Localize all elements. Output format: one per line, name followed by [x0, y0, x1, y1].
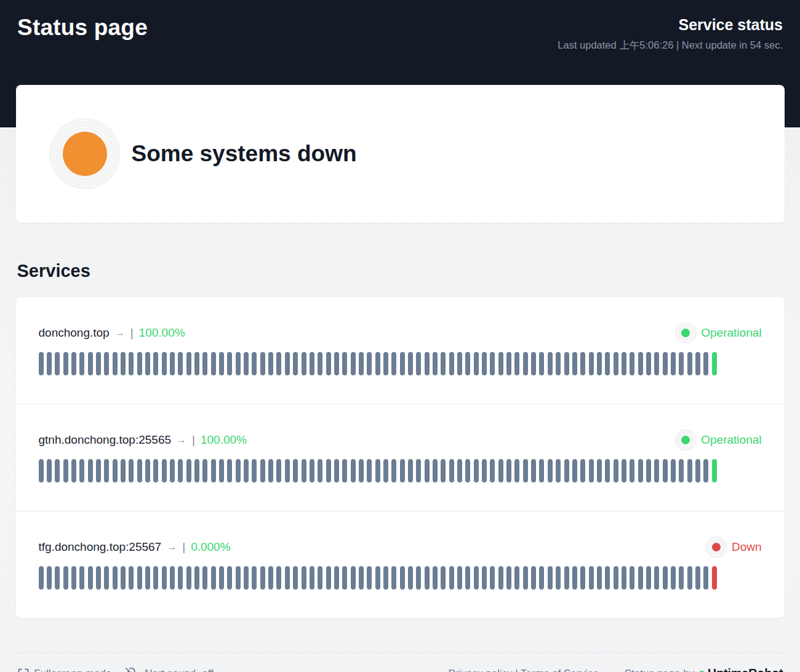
uptime-bar[interactable] — [367, 566, 372, 590]
uptime-bar[interactable] — [202, 459, 207, 482]
uptime-bar[interactable] — [227, 459, 232, 482]
uptime-bar[interactable] — [679, 352, 684, 375]
uptime-bar[interactable] — [318, 459, 322, 482]
service-name-link[interactable]: tfg.donchong.top:25567 — [39, 540, 162, 554]
uptime-bar[interactable] — [55, 566, 60, 590]
uptime-bar[interactable] — [531, 459, 536, 482]
uptime-bar[interactable] — [310, 352, 314, 375]
uptime-bar[interactable] — [465, 566, 470, 590]
uptime-bar[interactable] — [359, 566, 364, 590]
uptime-bar[interactable] — [441, 352, 446, 375]
uptime-bar[interactable] — [88, 566, 93, 590]
uptime-bar[interactable] — [342, 459, 347, 482]
uptime-bar[interactable] — [408, 352, 413, 375]
uptime-bar[interactable] — [457, 352, 462, 375]
uptime-bar[interactable] — [186, 352, 191, 375]
uptime-bar[interactable] — [359, 352, 364, 375]
uptime-bar[interactable] — [383, 352, 388, 375]
uptime-bar[interactable] — [539, 459, 544, 482]
uptime-bar[interactable] — [326, 352, 331, 375]
uptime-bar[interactable] — [268, 566, 273, 590]
uptime-bar[interactable] — [597, 566, 602, 590]
alert-sound-toggle[interactable]: off — [202, 668, 214, 672]
uptime-bar[interactable] — [539, 566, 544, 590]
uptime-bar[interactable] — [514, 566, 519, 590]
alert-sound-button[interactable]: Alert sound — [125, 667, 196, 672]
uptime-bar[interactable] — [334, 566, 339, 590]
uptime-bar[interactable] — [113, 566, 118, 590]
uptime-bar[interactable] — [614, 566, 618, 590]
uptime-bar[interactable] — [302, 459, 306, 482]
uptime-bar[interactable] — [671, 566, 676, 590]
uptime-bar[interactable] — [416, 566, 421, 590]
uptime-bar[interactable] — [375, 566, 380, 590]
uptime-bar[interactable] — [408, 566, 413, 590]
uptime-bar[interactable] — [153, 459, 158, 482]
uptime-bar[interactable] — [703, 566, 708, 590]
uptime-bar[interactable] — [654, 459, 659, 482]
uptime-bar[interactable] — [351, 566, 356, 590]
uptime-bar[interactable] — [145, 352, 150, 375]
fullscreen-mode-button[interactable]: Fullscreen mode — [17, 668, 112, 672]
uptime-bar[interactable] — [194, 352, 199, 375]
uptime-bar[interactable] — [622, 566, 626, 590]
uptime-bar[interactable] — [597, 352, 602, 375]
uptime-bar[interactable] — [548, 352, 553, 375]
uptime-bar[interactable] — [79, 566, 84, 590]
uptime-bar[interactable] — [556, 352, 561, 375]
uptime-bar[interactable] — [318, 566, 322, 590]
uptime-bar[interactable] — [449, 566, 454, 590]
uptime-bar[interactable] — [564, 352, 569, 375]
uptime-bar[interactable] — [687, 352, 692, 375]
uptime-bar[interactable] — [506, 566, 511, 590]
uptime-bar[interactable] — [170, 566, 175, 590]
uptime-bar[interactable] — [572, 459, 577, 482]
uptime-bar[interactable] — [63, 459, 68, 482]
uptime-bar[interactable] — [55, 352, 60, 375]
uptime-bar[interactable] — [425, 459, 430, 482]
uptime-bar[interactable] — [71, 566, 76, 590]
uptime-bar[interactable] — [556, 459, 561, 482]
uptime-bar[interactable] — [589, 459, 594, 482]
uptime-bar[interactable] — [465, 459, 470, 482]
uptimerobot-attribution[interactable]: Status page by UptimeRobot — [625, 666, 783, 672]
uptime-bar[interactable] — [137, 352, 142, 375]
uptime-bar[interactable] — [211, 459, 216, 482]
uptime-bar[interactable] — [367, 459, 372, 482]
uptime-bar[interactable] — [113, 459, 118, 482]
uptime-bar[interactable] — [712, 566, 717, 590]
uptime-bar[interactable] — [482, 459, 487, 482]
uptime-bar[interactable] — [318, 352, 322, 375]
uptime-bar[interactable] — [400, 566, 405, 590]
uptime-bar[interactable] — [663, 352, 668, 375]
uptime-bar[interactable] — [276, 566, 281, 590]
uptime-bar[interactable] — [433, 566, 438, 590]
uptime-bar[interactable] — [375, 459, 380, 482]
uptime-bar[interactable] — [391, 352, 396, 375]
uptime-bar[interactable] — [695, 566, 700, 590]
uptime-bar[interactable] — [572, 566, 577, 590]
uptime-bar[interactable] — [433, 459, 438, 482]
uptime-bar[interactable] — [276, 459, 281, 482]
uptime-bar[interactable] — [162, 459, 167, 482]
uptime-bar[interactable] — [47, 352, 52, 375]
uptime-bar[interactable] — [597, 459, 602, 482]
uptime-bar[interactable] — [39, 566, 44, 590]
uptime-bar[interactable] — [211, 352, 216, 375]
uptime-bar[interactable] — [351, 352, 356, 375]
uptime-bar[interactable] — [326, 459, 331, 482]
uptime-bar[interactable] — [137, 459, 142, 482]
uptime-bar[interactable] — [79, 459, 84, 482]
uptime-bar[interactable] — [383, 566, 388, 590]
uptime-bar[interactable] — [252, 566, 257, 590]
uptime-bar[interactable] — [474, 352, 479, 375]
uptime-bar[interactable] — [433, 352, 438, 375]
uptime-bar[interactable] — [490, 352, 495, 375]
uptime-bar[interactable] — [260, 352, 265, 375]
uptime-bar[interactable] — [614, 459, 618, 482]
uptime-bar[interactable] — [498, 566, 503, 590]
uptime-bar[interactable] — [129, 459, 134, 482]
uptime-bar[interactable] — [244, 459, 249, 482]
uptime-bar[interactable] — [178, 459, 183, 482]
uptime-bar[interactable] — [457, 566, 462, 590]
